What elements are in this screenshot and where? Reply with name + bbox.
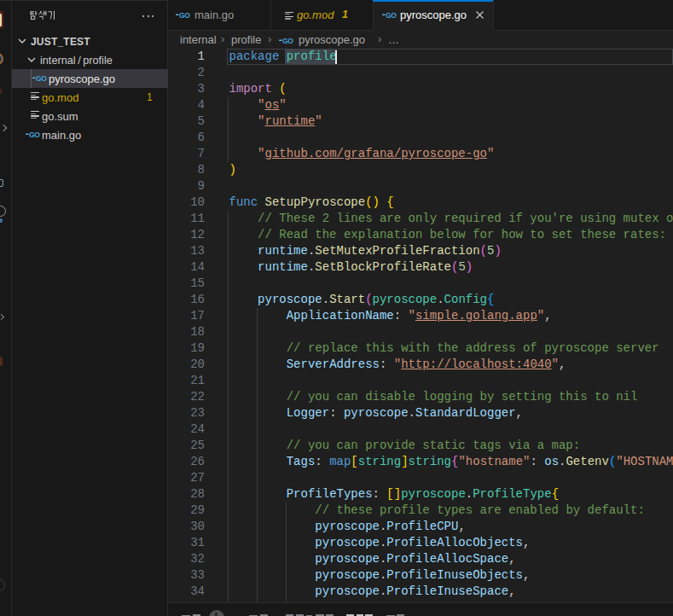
- svg-text:GO: GO: [36, 74, 47, 82]
- svg-text:GO: GO: [29, 131, 40, 138]
- svg-text:GO: GO: [282, 37, 293, 44]
- svg-text:GO: GO: [179, 11, 190, 19]
- svg-text:GO: GO: [386, 11, 397, 19]
